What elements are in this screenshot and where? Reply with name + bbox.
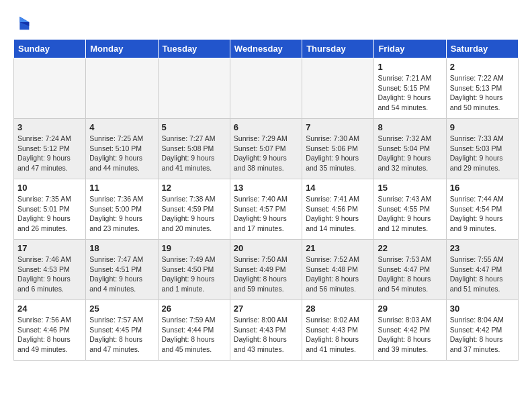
day-number: 14 [306, 183, 370, 193]
day-number: 21 [306, 243, 370, 253]
day-number: 28 [306, 304, 370, 314]
day-info: Sunrise: 7:25 AM Sunset: 5:10 PM Dayligh… [89, 134, 154, 173]
calendar-cell: 26Sunrise: 7:59 AM Sunset: 4:44 PM Dayli… [158, 300, 230, 361]
calendar-cell: 12Sunrise: 7:38 AM Sunset: 4:59 PM Dayli… [158, 179, 230, 240]
calendar-cell: 7Sunrise: 7:30 AM Sunset: 5:06 PM Daylig… [302, 119, 374, 179]
calendar-week-row: 24Sunrise: 7:56 AM Sunset: 4:46 PM Dayli… [14, 300, 519, 361]
day-number: 4 [89, 122, 154, 132]
day-info: Sunrise: 8:04 AM Sunset: 4:42 PM Dayligh… [450, 315, 515, 355]
calendar-cell: 28Sunrise: 8:02 AM Sunset: 4:43 PM Dayli… [302, 300, 374, 361]
page-header [13, 13, 519, 32]
calendar-cell [158, 58, 230, 119]
day-number: 16 [450, 183, 515, 193]
day-info: Sunrise: 8:02 AM Sunset: 4:43 PM Dayligh… [306, 315, 370, 355]
day-number: 7 [306, 122, 370, 132]
day-number: 5 [162, 122, 226, 132]
day-info: Sunrise: 7:35 AM Sunset: 5:01 PM Dayligh… [17, 194, 82, 234]
day-info: Sunrise: 7:44 AM Sunset: 4:54 PM Dayligh… [450, 194, 515, 234]
day-number: 20 [234, 243, 298, 253]
day-info: Sunrise: 7:29 AM Sunset: 5:07 PM Dayligh… [234, 134, 298, 173]
calendar-cell [14, 58, 86, 119]
calendar-cell: 13Sunrise: 7:40 AM Sunset: 4:57 PM Dayli… [230, 179, 302, 240]
calendar-cell: 17Sunrise: 7:46 AM Sunset: 4:53 PM Dayli… [14, 240, 86, 300]
day-number: 3 [17, 122, 82, 132]
calendar-cell: 15Sunrise: 7:43 AM Sunset: 4:55 PM Dayli… [374, 179, 446, 240]
calendar-cell: 16Sunrise: 7:44 AM Sunset: 4:54 PM Dayli… [446, 179, 518, 240]
day-info: Sunrise: 7:21 AM Sunset: 5:15 PM Dayligh… [378, 73, 442, 113]
calendar-week-row: 10Sunrise: 7:35 AM Sunset: 5:01 PM Dayli… [14, 179, 519, 240]
day-number: 26 [162, 304, 226, 314]
day-number: 15 [378, 183, 442, 193]
column-header-friday: Friday [374, 40, 446, 58]
day-number: 10 [17, 183, 82, 193]
calendar-cell: 21Sunrise: 7:52 AM Sunset: 4:48 PM Dayli… [302, 240, 374, 300]
day-number: 11 [89, 183, 154, 193]
calendar-cell [302, 58, 374, 119]
calendar-table: SundayMondayTuesdayWednesdayThursdayFrid… [13, 39, 519, 361]
calendar-cell: 20Sunrise: 7:50 AM Sunset: 4:49 PM Dayli… [230, 240, 302, 300]
calendar-cell: 1Sunrise: 7:21 AM Sunset: 5:15 PM Daylig… [374, 58, 446, 119]
calendar-cell: 3Sunrise: 7:24 AM Sunset: 5:12 PM Daylig… [14, 119, 86, 179]
calendar-cell: 24Sunrise: 7:56 AM Sunset: 4:46 PM Dayli… [14, 300, 86, 361]
day-number: 18 [89, 243, 154, 253]
calendar-cell [230, 58, 302, 119]
day-number: 8 [378, 122, 442, 132]
day-info: Sunrise: 7:27 AM Sunset: 5:08 PM Dayligh… [162, 134, 226, 173]
column-header-tuesday: Tuesday [158, 40, 230, 58]
calendar-cell: 11Sunrise: 7:36 AM Sunset: 5:00 PM Dayli… [86, 179, 158, 240]
day-info: Sunrise: 8:00 AM Sunset: 4:43 PM Dayligh… [234, 315, 298, 355]
calendar-cell: 23Sunrise: 7:55 AM Sunset: 4:47 PM Dayli… [446, 240, 518, 300]
calendar-header-row: SundayMondayTuesdayWednesdayThursdayFrid… [14, 40, 519, 58]
column-header-thursday: Thursday [302, 40, 374, 58]
day-number: 6 [234, 122, 298, 132]
calendar-week-row: 1Sunrise: 7:21 AM Sunset: 5:15 PM Daylig… [14, 58, 519, 119]
day-number: 27 [234, 304, 298, 314]
calendar-cell: 2Sunrise: 7:22 AM Sunset: 5:13 PM Daylig… [446, 58, 518, 119]
calendar-cell: 30Sunrise: 8:04 AM Sunset: 4:42 PM Dayli… [446, 300, 518, 361]
day-info: Sunrise: 7:52 AM Sunset: 4:48 PM Dayligh… [306, 255, 370, 294]
day-info: Sunrise: 7:41 AM Sunset: 4:56 PM Dayligh… [306, 194, 370, 234]
calendar-cell: 8Sunrise: 7:32 AM Sunset: 5:04 PM Daylig… [374, 119, 446, 179]
day-number: 17 [17, 243, 82, 253]
column-header-saturday: Saturday [446, 40, 518, 58]
day-info: Sunrise: 7:30 AM Sunset: 5:06 PM Dayligh… [306, 134, 370, 173]
day-number: 19 [162, 243, 226, 253]
calendar-cell: 19Sunrise: 7:49 AM Sunset: 4:50 PM Dayli… [158, 240, 230, 300]
day-info: Sunrise: 7:46 AM Sunset: 4:53 PM Dayligh… [17, 255, 82, 294]
day-info: Sunrise: 7:24 AM Sunset: 5:12 PM Dayligh… [17, 134, 82, 173]
column-header-wednesday: Wednesday [230, 40, 302, 58]
day-info: Sunrise: 7:36 AM Sunset: 5:00 PM Dayligh… [89, 194, 154, 234]
day-number: 23 [450, 243, 515, 253]
day-info: Sunrise: 7:32 AM Sunset: 5:04 PM Dayligh… [378, 134, 442, 173]
day-number: 1 [378, 62, 442, 72]
day-number: 2 [450, 62, 515, 72]
day-info: Sunrise: 7:49 AM Sunset: 4:50 PM Dayligh… [162, 255, 226, 294]
calendar-cell [86, 58, 158, 119]
logo [13, 13, 35, 32]
day-number: 12 [162, 183, 226, 193]
calendar-week-row: 17Sunrise: 7:46 AM Sunset: 4:53 PM Dayli… [14, 240, 519, 300]
day-info: Sunrise: 7:47 AM Sunset: 4:51 PM Dayligh… [89, 255, 154, 294]
day-number: 30 [450, 304, 515, 314]
calendar-week-row: 3Sunrise: 7:24 AM Sunset: 5:12 PM Daylig… [14, 119, 519, 179]
day-number: 22 [378, 243, 442, 253]
day-info: Sunrise: 7:59 AM Sunset: 4:44 PM Dayligh… [162, 315, 226, 355]
day-info: Sunrise: 7:38 AM Sunset: 4:59 PM Dayligh… [162, 194, 226, 234]
day-info: Sunrise: 7:22 AM Sunset: 5:13 PM Dayligh… [450, 73, 515, 113]
day-info: Sunrise: 7:56 AM Sunset: 4:46 PM Dayligh… [17, 315, 82, 355]
column-header-sunday: Sunday [14, 40, 86, 58]
day-info: Sunrise: 7:40 AM Sunset: 4:57 PM Dayligh… [234, 194, 298, 234]
day-info: Sunrise: 8:03 AM Sunset: 4:42 PM Dayligh… [378, 315, 442, 355]
calendar-cell: 29Sunrise: 8:03 AM Sunset: 4:42 PM Dayli… [374, 300, 446, 361]
calendar-cell: 14Sunrise: 7:41 AM Sunset: 4:56 PM Dayli… [302, 179, 374, 240]
day-number: 29 [378, 304, 442, 314]
day-info: Sunrise: 7:43 AM Sunset: 4:55 PM Dayligh… [378, 194, 442, 234]
calendar-cell: 4Sunrise: 7:25 AM Sunset: 5:10 PM Daylig… [86, 119, 158, 179]
day-info: Sunrise: 7:57 AM Sunset: 4:45 PM Dayligh… [89, 315, 154, 355]
calendar-cell: 25Sunrise: 7:57 AM Sunset: 4:45 PM Dayli… [86, 300, 158, 361]
day-number: 24 [17, 304, 82, 314]
calendar-cell: 18Sunrise: 7:47 AM Sunset: 4:51 PM Dayli… [86, 240, 158, 300]
day-number: 9 [450, 122, 515, 132]
day-info: Sunrise: 7:33 AM Sunset: 5:03 PM Dayligh… [450, 134, 515, 173]
calendar-cell: 6Sunrise: 7:29 AM Sunset: 5:07 PM Daylig… [230, 119, 302, 179]
